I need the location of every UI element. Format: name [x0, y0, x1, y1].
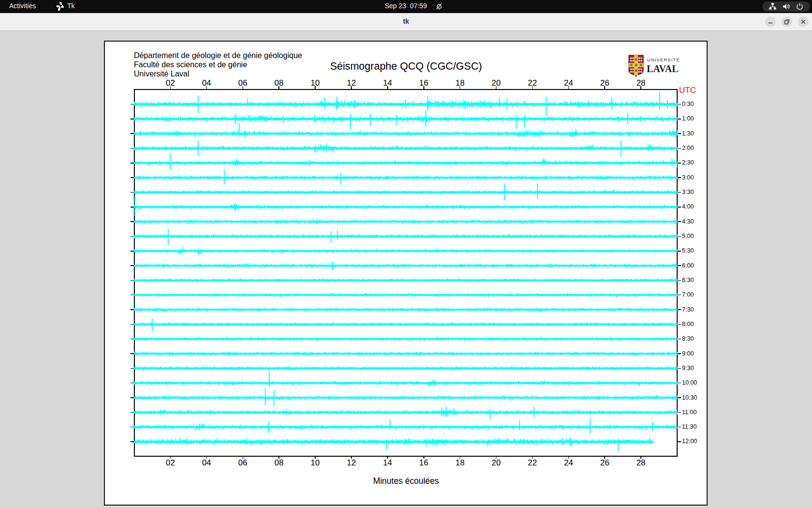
- svg-text:LAVAL: LAVAL: [647, 63, 679, 74]
- svg-text:UNIVERSITÉ: UNIVERSITÉ: [647, 58, 680, 62]
